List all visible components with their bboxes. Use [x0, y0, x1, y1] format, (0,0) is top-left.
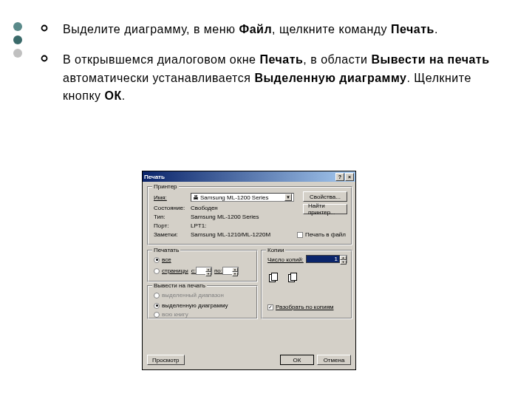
bullet-text-2: В открывшемся диалоговом окне Печать, в … [63, 51, 499, 106]
bullet-text-1: Выделите диаграмму, в меню Файл, щелкнит… [63, 21, 499, 39]
notes-label: Заметки: [154, 231, 191, 238]
print-to-file-checkbox[interactable] [297, 232, 303, 238]
range-group-label: Печатать [152, 247, 180, 253]
port-label: Порт: [154, 222, 191, 229]
dialog-title: Печать [144, 174, 335, 180]
output-book-radio [154, 312, 160, 318]
type-label: Тип: [154, 214, 191, 220]
copies-spinner[interactable]: ▲▼ [340, 255, 347, 263]
properties-button[interactable]: Свойства... [303, 191, 347, 202]
range-to-label: по: [214, 267, 222, 274]
bullet-marker [41, 21, 63, 39]
svg-point-0 [42, 26, 47, 31]
output-chart-radio[interactable] [154, 303, 160, 309]
collate-icon [269, 273, 282, 283]
range-all-label: все [162, 256, 171, 263]
range-pages-label: страницы [162, 267, 188, 274]
ok-button[interactable]: ОК [280, 355, 314, 365]
range-from-input[interactable]: ▲▼ [196, 267, 212, 275]
slide-content: Выделите диаграмму, в меню Файл, щелкнит… [41, 0, 499, 106]
bullet-2: В открывшемся диалоговом окне Печать, в … [41, 51, 499, 106]
output-group: Вывести на печать выделенный диапазон вы… [147, 285, 258, 319]
notes-value: Samsung ML-1210/ML-1220M [191, 231, 270, 238]
range-pages-radio[interactable] [154, 268, 160, 274]
slide-decor [13, 22, 22, 62]
type-value: Samsung ML-1200 Series [191, 214, 259, 220]
printer-select[interactable]: 🖶 Samsung ML-1200 Series ▼ [191, 193, 294, 202]
output-range-radio [154, 293, 160, 299]
output-group-label: Вывести на печать [152, 282, 207, 289]
print-to-file-label: Печать в файл [305, 231, 346, 238]
preview-button[interactable]: Просмотр [147, 355, 185, 365]
collate-icon [288, 273, 301, 283]
print-dialog: Печать ? × Принтер Имя: 🖶 Samsung ML-120… [142, 171, 356, 370]
svg-point-1 [42, 55, 47, 61]
bullet-1: Выделите диаграмму, в меню Файл, щелкнит… [41, 21, 499, 39]
help-button[interactable]: ? [335, 173, 344, 181]
range-to-input[interactable]: ▲▼ [222, 267, 239, 275]
port-value: LPT1: [191, 222, 206, 229]
cancel-button[interactable]: Отмена [317, 355, 351, 365]
copies-count-input[interactable]: 1 [306, 255, 340, 263]
printer-name-label: Имя: [154, 194, 191, 201]
range-all-radio[interactable] [154, 257, 160, 263]
print-range-group: Печатать все страницы с: ▲▼ по: ▲▼ [147, 250, 258, 282]
bullet-marker [41, 51, 63, 106]
copies-group: Копии Число копий: 1 ▲▼ ✓ Разобрать по к… [261, 250, 352, 319]
collate-checkbox[interactable]: ✓ [267, 304, 273, 310]
status-value: Свободен [191, 205, 218, 211]
collate-label: Разобрать по копиям [276, 304, 334, 310]
chevron-down-icon: ▼ [284, 194, 292, 201]
titlebar[interactable]: Печать ? × [143, 171, 355, 182]
output-chart-label: выделенную диаграмму [162, 302, 228, 309]
output-book-label: всю книгу [162, 311, 188, 318]
output-range-label: выделенный диапазон [162, 292, 224, 299]
close-button[interactable]: × [345, 173, 354, 181]
printer-icon: 🖶 [193, 194, 199, 201]
copies-group-label: Копии [266, 247, 285, 253]
printer-group: Принтер Имя: 🖶 Samsung ML-1200 Series ▼ … [147, 186, 352, 245]
printer-group-label: Принтер [152, 183, 179, 190]
status-label: Состояние: [154, 205, 191, 211]
printer-name-value: Samsung ML-1200 Series [200, 194, 269, 201]
find-printer-button[interactable]: Найти принтер... [303, 204, 347, 214]
copies-count-label: Число копий: [267, 256, 304, 263]
